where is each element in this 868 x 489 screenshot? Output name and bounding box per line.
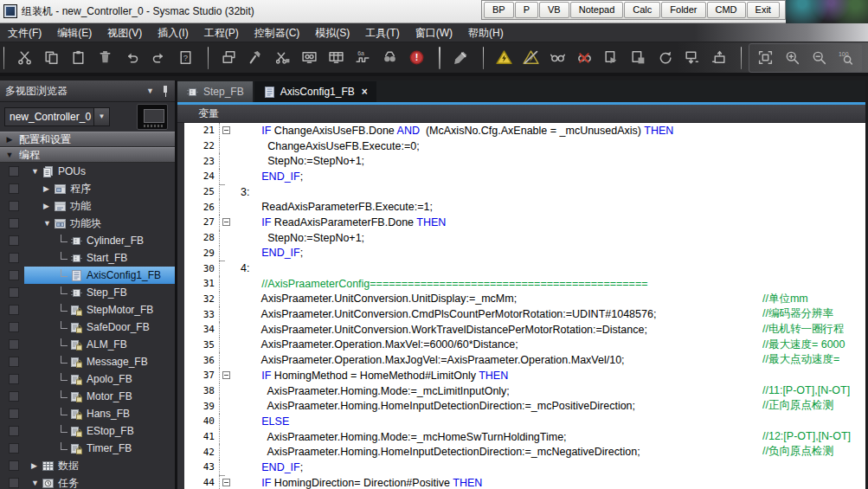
code-line-39[interactable]: 39 AxisPraameter.Homing.HomeInputDetecti… (184, 398, 865, 414)
fold-collapse-icon[interactable] (222, 371, 230, 379)
toolbar-error-list-button[interactable]: ! (403, 45, 430, 71)
code-line-43[interactable]: 43 END_IF; (184, 460, 865, 475)
menu-item-9[interactable]: 帮助(H) (460, 23, 511, 42)
toolbar-delete-button[interactable] (92, 45, 119, 71)
toolbar-go-offline-button[interactable] (518, 45, 544, 71)
tree-item-Start_FB[interactable]: Start_FB (0, 249, 175, 267)
toolbar-transfer-from-controller-button[interactable] (705, 45, 732, 71)
toolbar-paste-button[interactable] (65, 45, 92, 71)
code-line-37[interactable]: 37 IF HomingMethod = HomeMethod#LimitOnl… (184, 368, 865, 383)
toolbar-undo-button[interactable] (119, 45, 145, 71)
menu-item-7[interactable]: 工具(T) (357, 23, 407, 42)
collapse-icon[interactable]: ▼ (31, 167, 42, 176)
code-line-35[interactable]: 35 AxisPraameter.Operation.MaxVel:=6000/… (184, 338, 865, 353)
tree-item-ALM_FB[interactable]: ALM_FB (0, 336, 175, 353)
code-line-44[interactable]: 44 IF HomingDirection= Direction#Positiv… (184, 475, 865, 489)
toolbar-zoom-out-button[interactable] (806, 45, 833, 71)
menu-item-6[interactable]: 模拟(S) (307, 23, 357, 42)
tree-item-Timer_FB[interactable]: Timer_FB (0, 440, 175, 457)
toolbar-synchronize-button[interactable] (652, 45, 678, 71)
code-line-29[interactable]: 29 END_IF; (184, 246, 865, 261)
launcher-button-vb[interactable]: VB (539, 2, 569, 18)
toolbar-data-trace-button[interactable]: 6a (350, 45, 376, 71)
fold-collapse-icon[interactable] (222, 126, 230, 134)
launcher-button-folder[interactable]: Folder (661, 2, 705, 18)
tree-item-Apolo_FB[interactable]: Apolo_FB (0, 370, 175, 388)
collapse-icon[interactable]: ▼ (43, 219, 54, 228)
tree-section-编程[interactable]: ▼编程 (0, 147, 175, 163)
menu-item-5[interactable]: 控制器(C) (247, 23, 308, 42)
tab-AxisConfig1_FB[interactable]: AxisConfig1_FB× (254, 81, 376, 102)
code-line-22[interactable]: 22 ChangeAxisUseFB.Execute:=0; (184, 138, 865, 154)
code-line-42[interactable]: 42 AxisPraameter.Homing.HomeInputDetecti… (184, 444, 865, 460)
code-line-33[interactable]: 33 AxisPraameter.UnitConversion.CmdPlsCo… (184, 306, 865, 322)
collapse-icon[interactable]: ▼ (31, 479, 42, 487)
toolbar-watch-table-button[interactable] (323, 45, 350, 71)
code-line-26[interactable]: 26 ReadAxisParameterFB.Execute:=1; (184, 199, 865, 215)
toolbar-transfer-to-controller-button[interactable] (678, 45, 705, 71)
tree-item-StepMotor_FB[interactable]: StepMotor_FB (0, 301, 175, 318)
code-line-21[interactable]: 21 IF ChangeAxisUseFB.Done AND (McAxisNo… (184, 123, 865, 138)
toolbar-copy-button[interactable] (38, 45, 65, 71)
close-icon[interactable]: × (362, 86, 368, 98)
toolbar-monitor-stop-button[interactable] (571, 45, 598, 71)
tree-item-功能块[interactable]: ▼功能块 (0, 215, 175, 232)
code-line-28[interactable]: 28 StepNo:=StepNo+1; (184, 230, 865, 246)
tree-item-Cylinder_FB[interactable]: Cylinder_FB (0, 232, 175, 249)
collapse-icon[interactable]: ▼ (0, 151, 19, 159)
tree-item-EStop_FB[interactable]: EStop_FB (0, 422, 175, 440)
launcher-button-p[interactable]: P (515, 2, 538, 18)
panel-menu-icon[interactable]: ▼ (146, 87, 154, 95)
tree-item-AxisConfig1_FB[interactable]: AxisConfig1_FB (0, 267, 175, 284)
toolbar-cut-button[interactable] (11, 45, 38, 71)
tree-section-配置和设置[interactable]: ▶配置和设置 (0, 132, 175, 147)
variables-bar[interactable]: 变量 (177, 105, 865, 123)
launcher-button-cmd[interactable]: CMD (707, 2, 746, 18)
expand-icon[interactable]: ▶ (31, 461, 42, 470)
code-line-25[interactable]: 25 3: (184, 184, 865, 200)
launcher-button-calc[interactable]: Calc (624, 2, 660, 18)
toolbar-redo-button[interactable] (145, 45, 172, 71)
tree-item-程序[interactable]: ▶程序 (0, 180, 175, 197)
launcher-button-notepad[interactable]: Notepad (570, 2, 624, 18)
toolbar-edit-mode-button[interactable] (447, 45, 474, 71)
toolbar-build-button[interactable] (242, 45, 269, 71)
toolbar-zoom-100-button[interactable]: 100 (833, 45, 859, 71)
menu-item-8[interactable]: 窗口(W) (408, 23, 460, 42)
pin-icon[interactable] (161, 85, 170, 97)
tree-item-功能[interactable]: ▶功能 (0, 197, 175, 215)
tree-item-POUs[interactable]: ▼POUs (0, 163, 175, 180)
menu-item-4[interactable]: 工程(P) (196, 23, 247, 42)
expand-icon[interactable]: ▶ (43, 202, 54, 210)
code-line-34[interactable]: 34 AxisPraameter.UnitConversion.WorkTrav… (184, 322, 865, 338)
fold-collapse-icon[interactable] (222, 218, 230, 226)
toolbar-go-online-button[interactable] (491, 45, 518, 71)
code-line-31[interactable]: 31 //AxisPraameterConfig================… (184, 276, 865, 292)
tree-item-Step_FB[interactable]: Step_FB (0, 284, 175, 301)
toolbar-abort-build-button[interactable] (269, 45, 296, 71)
toolbar-monitor-mode-button[interactable] (544, 45, 571, 71)
code-line-27[interactable]: 27 IF ReadAxisParameterFB.Done THEN (184, 215, 865, 230)
tree-item-Hans_FB[interactable]: Hans_FB (0, 405, 175, 422)
code-line-30[interactable]: 30 4: (184, 261, 865, 276)
tree-item-任务[interactable]: ▼任务 (0, 474, 175, 489)
toolbar-zoom-fit-button[interactable] (752, 45, 779, 71)
toolbar-window-layout-button[interactable] (215, 45, 242, 71)
toolbar-monitor-window-button[interactable] (296, 45, 323, 71)
launcher-button-bp[interactable]: BP (484, 2, 514, 18)
code-line-24[interactable]: 24 END_IF; (184, 169, 865, 184)
menu-item-1[interactable]: 编辑(E) (49, 23, 100, 42)
tree-item-Message_FB[interactable]: Message_FB (0, 353, 175, 370)
expand-icon[interactable]: ▶ (43, 184, 54, 193)
code-line-41[interactable]: 41 AxisPraameter.Homing.Mode:=_mcHomeSwT… (184, 429, 865, 445)
chevron-down-icon[interactable]: ▼ (93, 108, 109, 125)
code-line-23[interactable]: 23 StepNo:=StepNo+1; (184, 153, 865, 169)
tree-item-SafeDoor_FB[interactable]: SafeDoor_FB (0, 318, 175, 336)
tree-item-数据[interactable]: ▶数据 (0, 457, 175, 474)
menu-item-0[interactable]: 文件(F) (0, 23, 49, 42)
code-line-32[interactable]: 32 AxisPraameter.UnitConversion.UnitDisp… (184, 292, 865, 307)
toolbar-help-button[interactable]: ? (172, 45, 199, 71)
launcher-button-exit[interactable]: Exit (747, 2, 780, 18)
expand-icon[interactable]: ▶ (0, 135, 19, 144)
code-line-38[interactable]: 38 AxisPraameter.Homing.Mode:=_mcLimitIn… (184, 383, 865, 399)
